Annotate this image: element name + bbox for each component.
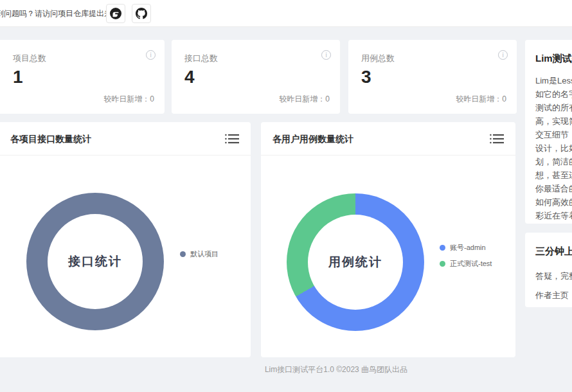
legend-item[interactable]: 正式测试-test (440, 259, 492, 269)
stat-value: 1 (13, 67, 23, 87)
about-line: 彩近在等着你，赶快注册账号 (535, 209, 572, 222)
stat-value: 4 (184, 67, 195, 87)
stat-delta: 较昨日新增：0 (456, 94, 506, 105)
github-icon (136, 8, 147, 19)
legend-label: 账号-admin (450, 243, 486, 253)
api-donut-chart[interactable]: 接口统计 (26, 193, 164, 330)
about-line: 高，实现简单。它打磨了很多 (535, 114, 572, 128)
quickstart-card: 三分钟上手Lim平台 答疑，完整的文档与视频教程 作者主页： (525, 233, 572, 307)
about-line: 测试的所有操作门槛都不 (535, 101, 572, 114)
legend-item[interactable]: 默认项目 (180, 249, 219, 259)
top-bar: 到问题吗？请访问项目仓库提出来： (0, 0, 572, 27)
info-icon[interactable]: i (146, 50, 156, 60)
stat-label: 用例总数 (361, 53, 395, 64)
panel-title: 各项目接口数量统计 (10, 134, 91, 145)
data-view-icon[interactable] (490, 132, 504, 145)
data-view-icon[interactable] (225, 132, 239, 145)
stat-delta: 较昨日新增：0 (279, 94, 330, 105)
stat-card-cases: 用例总数 3 i 较昨日新增：0 (348, 40, 517, 114)
about-line: 划，简洁的断言配置和参数联 (535, 155, 572, 168)
quickstart-title: 三分钟上手Lim平台 (535, 245, 572, 258)
about-line: 验证单页面的魅力吧！ (535, 222, 572, 224)
dashboard-page: 到问题吗？请访问项目仓库提出来： 项目总数 1 i 较昨日新增：0 接口总数 4… (0, 0, 572, 392)
repo-message: 到问题吗？请访问项目仓库提出来： (0, 8, 120, 19)
gitee-icon (110, 8, 121, 19)
stat-card-projects: 项目总数 1 i 较昨日新增：0 (0, 40, 165, 114)
stat-delta: 较昨日新增：0 (103, 94, 154, 105)
about-line: 你最适合的方式想好了。想知 (535, 182, 572, 195)
donut-center-label: 用例统计 (328, 254, 382, 271)
legend-item[interactable]: 账号-admin (440, 243, 492, 253)
about-line: 交互细节，比如类Postman的 (535, 128, 572, 141)
panel-header: 各用户用例数量统计 (261, 122, 515, 156)
info-icon[interactable]: i (498, 50, 508, 60)
panel-header: 各项目接口数量统计 (0, 122, 251, 156)
about-card: Lim测试平台 Lim是Less is more的缩写，正 如它的名字一样，期望… (525, 40, 572, 224)
stat-label: 项目总数 (13, 53, 46, 64)
legend-label: 正式测试-test (450, 259, 492, 269)
about-line: Lim是Less is more的缩写，正 (535, 74, 572, 87)
case-donut-chart[interactable]: 用例统计 (287, 193, 424, 331)
stat-label: 接口总数 (184, 53, 218, 64)
legend-dot (440, 261, 445, 267)
legend-dot (180, 251, 186, 257)
chart-legend: 账号-admin 正式测试-test (440, 243, 492, 275)
about-title: Lim测试平台 (535, 53, 572, 65)
stat-card-apis: 接口总数 4 i 较昨日新增：0 (172, 40, 340, 114)
chart-legend: 默认项目 (180, 249, 219, 265)
legend-dot (440, 245, 445, 251)
gitee-button[interactable] (106, 4, 125, 23)
panel-api-count-chart: 各项目接口数量统计 接口统计 默认项目 (0, 122, 251, 357)
footer-copyright: Lim接口测试平台1.0 ©2023 曲鸟团队出品 (265, 364, 407, 375)
info-icon[interactable]: i (321, 50, 331, 60)
github-button[interactable] (132, 4, 151, 23)
quickstart-line: 作者主页： (535, 286, 572, 305)
about-line: 设计，比如接口用例的执行计 (535, 141, 572, 155)
quickstart-line: 答疑，完整的文档与视频教程 (535, 267, 572, 286)
panel-case-count-chart: 各用户用例数量统计 用例统计 账号-admin (261, 122, 515, 357)
legend-label: 默认项目 (190, 249, 219, 259)
about-line: 如它的名字一样，期望用更少 (535, 87, 572, 101)
donut-center-label: 接口统计 (68, 253, 122, 270)
about-line: 如何高效的完成接口测试？精 (535, 195, 572, 209)
about-line: 想，甚至连测试报告模板都替 (535, 168, 572, 182)
stat-value: 3 (361, 67, 371, 87)
panel-title: 各用户用例数量统计 (273, 134, 353, 145)
